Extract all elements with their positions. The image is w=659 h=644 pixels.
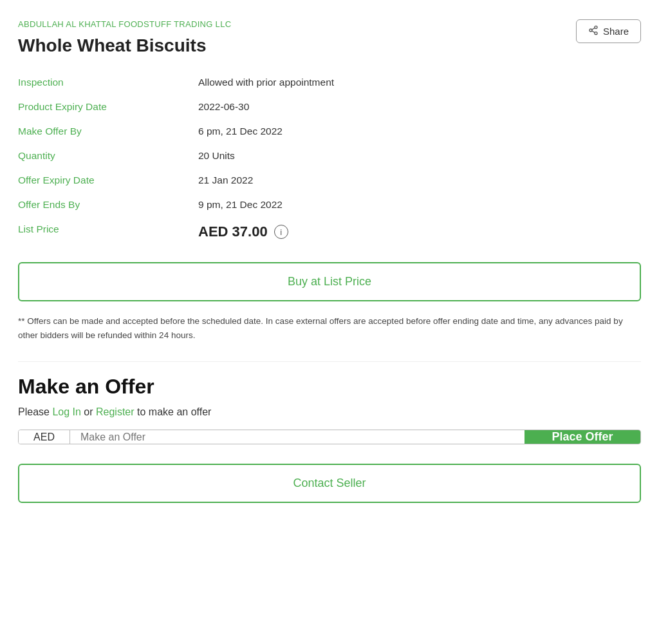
list-price-value: AED 37.00 (198, 223, 268, 240)
detail-row: Offer Expiry Date 21 Jan 2022 (18, 168, 641, 193)
detail-value: 6 pm, 21 Dec 2022 (198, 119, 641, 144)
detail-value: Allowed with prior appointment (198, 70, 641, 95)
prompt-prefix: Please (18, 406, 50, 417)
detail-label: Make Offer By (18, 119, 198, 144)
currency-label: AED (19, 430, 70, 444)
info-icon[interactable]: i (274, 225, 288, 239)
register-link[interactable]: Register (96, 406, 137, 417)
share-button[interactable]: Share (576, 19, 641, 43)
detail-row: Product Expiry Date 2022-06-30 (18, 95, 641, 119)
share-icon (588, 25, 599, 37)
share-label: Share (603, 26, 629, 37)
detail-value: 21 Jan 2022 (198, 168, 641, 193)
login-prompt: Please Log In or Register to make an off… (18, 406, 641, 418)
product-title: Whole Wheat Biscuits (18, 35, 641, 56)
contact-seller-button[interactable]: Contact Seller (18, 464, 641, 503)
offer-input-row: AED Place Offer (18, 430, 641, 444)
place-offer-button[interactable]: Place Offer (524, 430, 640, 444)
detail-label: Product Expiry Date (18, 95, 198, 119)
svg-line-3 (592, 31, 595, 33)
detail-value: 20 Units (198, 144, 641, 168)
divider (18, 361, 641, 362)
detail-label: Quantity (18, 144, 198, 168)
buy-at-list-price-button[interactable]: Buy at List Price (18, 262, 641, 301)
detail-row: Quantity 20 Units (18, 144, 641, 168)
detail-value: 9 pm, 21 Dec 2022 (198, 193, 641, 217)
detail-row: Make Offer By 6 pm, 21 Dec 2022 (18, 119, 641, 144)
login-link[interactable]: Log In (52, 406, 84, 417)
detail-label: Offer Ends By (18, 193, 198, 217)
detail-value: 2022-06-30 (198, 95, 641, 119)
detail-row: Inspection Allowed with prior appointmen… (18, 70, 641, 95)
make-offer-title: Make an Offer (18, 375, 641, 399)
detail-row: Offer Ends By 9 pm, 21 Dec 2022 (18, 193, 641, 217)
offer-amount-input[interactable] (70, 430, 524, 444)
company-name: ABDULLAH AL KHATTAL FOODSTUFF TRADING LL… (18, 19, 641, 29)
prompt-or: or (84, 406, 93, 417)
detail-label: Offer Expiry Date (18, 168, 198, 193)
list-price-label: List Price (18, 217, 198, 247)
details-table: Inspection Allowed with prior appointmen… (18, 70, 641, 247)
detail-label: Inspection (18, 70, 198, 95)
svg-line-4 (592, 28, 595, 30)
prompt-suffix: to make an offer (137, 406, 211, 417)
make-offer-section: Make an Offer Please Log In or Register … (18, 375, 641, 503)
disclaimer-text: ** Offers can be made and accepted befor… (18, 314, 641, 342)
page-container: ABDULLAH AL KHATTAL FOODSTUFF TRADING LL… (0, 0, 659, 522)
list-price-cell: AED 37.00 i (198, 217, 641, 247)
list-price-row: List Price AED 37.00 i (18, 217, 641, 247)
